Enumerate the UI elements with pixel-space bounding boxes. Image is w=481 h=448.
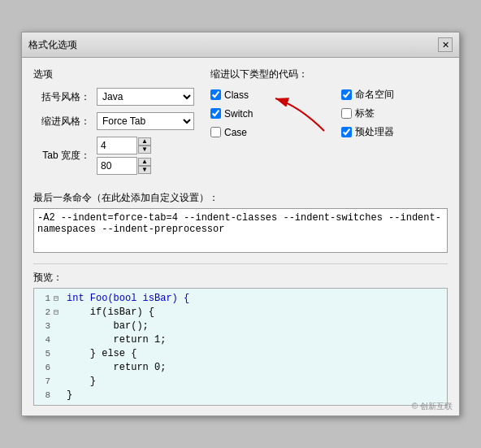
- checkbox-class: Class: [210, 88, 317, 102]
- checkbox-tag: 标签: [341, 107, 448, 120]
- code-line-7: 7 }: [34, 375, 447, 389]
- line-num-3: 3: [36, 320, 50, 333]
- command-section: 最后一条命令（在此处添加自定义设置）： -A2 --indent=force-t…: [33, 191, 448, 255]
- checkbox-namespace-input[interactable]: [341, 89, 352, 100]
- code-line-4: 4 return 1;: [34, 333, 447, 347]
- line-num-4: 4: [36, 333, 50, 347]
- dialog-title: 格式化选项: [28, 38, 77, 52]
- checkbox-tag-label: 标签: [355, 107, 375, 120]
- tab-width-input[interactable]: [97, 137, 137, 154]
- code-line-8: 8 }: [34, 389, 447, 402]
- code-line-3: 3 bar();: [34, 320, 447, 333]
- tab-width2-input-wrap: ▲ ▼: [97, 157, 151, 175]
- checkbox-case-label: Case: [224, 127, 247, 138]
- indent-checkbox-group: Class 命名空间 Switch 标签: [210, 88, 448, 139]
- fold-icon-1[interactable]: ⊟: [54, 292, 65, 306]
- tab-width2-spinners: ▲ ▼: [138, 158, 151, 174]
- fold-icon-7: [54, 375, 65, 389]
- tab-width2-input[interactable]: [97, 157, 137, 175]
- watermark: © 创新互联: [412, 401, 453, 412]
- code-line-2: 2 ⊟ if(isBar) {: [34, 306, 447, 320]
- line-num-8: 8: [36, 389, 50, 402]
- code-text-1: int Foo(bool isBar) {: [67, 292, 189, 306]
- close-button[interactable]: ✕: [438, 37, 453, 52]
- tab-width-label: Tab 宽度：: [33, 149, 90, 163]
- fold-icon-2[interactable]: ⊟: [54, 306, 65, 320]
- right-options-panel: 缩进以下类型的代码： Class 命名空间 Switch: [210, 67, 448, 139]
- checkbox-tag-input[interactable]: [341, 108, 352, 119]
- tab-width-down[interactable]: ▼: [138, 146, 151, 154]
- code-line-5: 5 } else {: [34, 347, 447, 361]
- checkbox-case-input[interactable]: [210, 127, 221, 137]
- command-label: 最后一条命令（在此处添加自定义设置）：: [33, 191, 448, 205]
- checkbox-preprocessor-input[interactable]: [341, 127, 352, 137]
- tab-width2-up[interactable]: ▲: [138, 158, 151, 166]
- fold-icon-4: [54, 333, 65, 347]
- checkbox-namespace-label: 命名空间: [355, 88, 394, 102]
- tab-width-spinners: ▲ ▼: [138, 137, 151, 154]
- code-text-4: return 1;: [67, 333, 166, 347]
- code-text-2: if(isBar) {: [67, 306, 154, 320]
- line-num-6: 6: [36, 361, 50, 375]
- tab-width-input-wrap: ▲ ▼: [97, 137, 151, 154]
- line-num-7: 7: [36, 375, 50, 389]
- checkbox-switch-label: Switch: [224, 108, 253, 120]
- indent-style-select[interactable]: Force Tab: [97, 112, 194, 130]
- tab-width-spinner: ▲ ▼ ▲ ▼: [97, 137, 151, 175]
- title-bar: 格式化选项 ✕: [22, 33, 459, 58]
- code-text-7: }: [67, 375, 96, 389]
- preview-label: 预览：: [33, 271, 448, 285]
- checkbox-class-label: Class: [224, 89, 249, 101]
- indent-style-row: 缩进风格： Force Tab: [33, 112, 194, 130]
- preview-section: 预览： 1 ⊟ int Foo(bool isBar) { 2 ⊟ if(isB…: [33, 263, 448, 406]
- dialog-body: 选项 括号风格： Java 缩进风格： Force Tab Tab 宽度：: [22, 58, 459, 415]
- code-text-8: }: [67, 389, 72, 402]
- checkbox-class-input[interactable]: [210, 89, 221, 100]
- checkbox-switch-input[interactable]: [210, 108, 221, 119]
- tab-width2-down[interactable]: ▼: [138, 166, 151, 174]
- tab-width-row: Tab 宽度： ▲ ▼ ▲: [33, 137, 194, 175]
- bracket-style-label: 括号风格：: [33, 90, 90, 104]
- fold-icon-3: [54, 320, 65, 333]
- command-textarea[interactable]: -A2 --indent=force-tab=4 --indent-classe…: [33, 208, 448, 253]
- code-text-5: } else {: [67, 347, 136, 361]
- line-num-1: 1: [36, 292, 50, 306]
- left-options-panel: 选项 括号风格： Java 缩进风格： Force Tab Tab 宽度：: [33, 67, 194, 181]
- checkbox-namespace: 命名空间: [341, 88, 448, 102]
- bracket-style-row: 括号风格： Java: [33, 88, 194, 106]
- fold-icon-5: [54, 347, 65, 361]
- code-line-1: 1 ⊟ int Foo(bool isBar) {: [34, 292, 447, 306]
- line-num-5: 5: [36, 347, 50, 361]
- tab-width-up[interactable]: ▲: [138, 137, 151, 146]
- fold-icon-8: [54, 389, 65, 402]
- checkbox-preprocessor: 预处理器: [341, 125, 448, 139]
- checkbox-preprocessor-label: 预处理器: [355, 125, 394, 139]
- bracket-style-select[interactable]: Java: [97, 88, 194, 106]
- main-options-row: 选项 括号风格： Java 缩进风格： Force Tab Tab 宽度：: [33, 67, 448, 181]
- checkbox-switch: Switch: [210, 107, 317, 120]
- indent-style-label: 缩进风格：: [33, 115, 90, 128]
- line-num-2: 2: [36, 306, 50, 320]
- fold-icon-6: [54, 361, 65, 375]
- checkbox-case: Case: [210, 125, 317, 139]
- code-line-6: 6 return 0;: [34, 361, 447, 375]
- code-text-3: bar();: [67, 320, 149, 333]
- code-text-6: return 0;: [67, 361, 166, 375]
- indent-section-title: 缩进以下类型的代码：: [210, 67, 448, 81]
- format-options-dialog: 格式化选项 ✕ 选项 括号风格： Java 缩进风格： Force Tab: [21, 32, 460, 416]
- options-section-label: 选项: [33, 67, 194, 81]
- preview-area: 1 ⊟ int Foo(bool isBar) { 2 ⊟ if(isBar) …: [33, 288, 448, 406]
